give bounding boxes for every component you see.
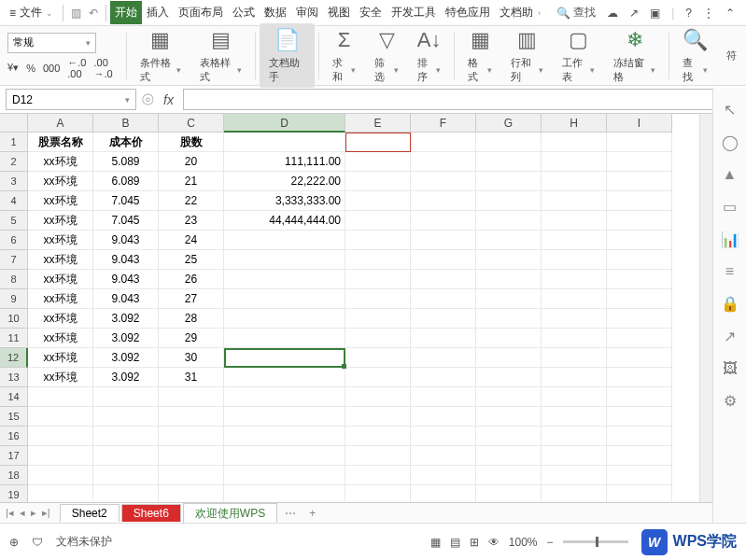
cell[interactable] (224, 309, 345, 329)
sort-button[interactable]: A↓ 排序▾ (408, 27, 451, 84)
settings-icon[interactable]: ⚙ (724, 392, 737, 410)
cell[interactable] (345, 231, 411, 250)
search-button[interactable]: 🔍 查找 (556, 5, 596, 21)
cell[interactable] (411, 152, 476, 172)
format-button[interactable]: ▦ 格式▾ (458, 27, 501, 84)
sheet-tab-sheet2[interactable]: Sheet2 (60, 504, 120, 522)
cell[interactable]: 20 (159, 152, 224, 172)
cell[interactable]: xx环境 (28, 152, 93, 172)
cell[interactable]: 31 (159, 368, 224, 387)
row-header[interactable]: 13 (0, 368, 28, 387)
cell[interactable] (224, 427, 345, 446)
alignment-icon[interactable]: ▲ (723, 166, 738, 183)
tab-insert[interactable]: 插入 (142, 1, 174, 24)
cell[interactable] (411, 466, 476, 485)
prev-sheet-button[interactable]: ◂ (20, 507, 25, 519)
table-style-button[interactable]: ▤ 表格样式▾ (190, 27, 251, 84)
tab-special-apps[interactable]: 特色应用 (441, 1, 495, 24)
cell[interactable] (607, 152, 672, 172)
cell[interactable] (476, 211, 542, 231)
cell[interactable] (345, 191, 411, 211)
cell[interactable] (542, 231, 607, 250)
cell[interactable] (411, 191, 476, 211)
cell[interactable]: 22 (159, 191, 224, 211)
more-icon[interactable]: ⋮ (703, 7, 714, 20)
cell[interactable]: 6.089 (93, 172, 159, 191)
cell[interactable]: xx环境 (28, 289, 93, 309)
cell[interactable]: xx环境 (28, 309, 93, 329)
header-cell[interactable] (224, 133, 345, 152)
cell[interactable]: 44,444,444.00 (224, 211, 345, 231)
row-header[interactable]: 5 (0, 211, 28, 231)
cell[interactable] (476, 368, 542, 387)
cell[interactable]: 3.092 (93, 348, 159, 368)
wps-logo[interactable]: W WPS学院 (641, 529, 737, 555)
header-cell[interactable] (411, 133, 476, 152)
cell[interactable]: 27 (159, 289, 224, 309)
cell[interactable] (345, 250, 411, 270)
doc-assistant-button[interactable]: 📄 文档助手 (260, 23, 315, 88)
cell[interactable] (345, 172, 411, 191)
cell[interactable]: 22,222.00 (224, 172, 345, 191)
cursor-icon[interactable]: ↖ (724, 101, 736, 119)
cell[interactable]: xx环境 (28, 250, 93, 270)
cell[interactable] (411, 172, 476, 191)
vertical-scrollbar[interactable] (699, 114, 712, 504)
cell[interactable] (607, 191, 672, 211)
spreadsheet-grid[interactable]: A B C D E F G H I 1股票名称成本价股数2xx环境5.08920… (0, 114, 672, 517)
cell[interactable] (345, 466, 411, 485)
cell[interactable] (542, 211, 607, 231)
undo-icon[interactable]: ↶ (85, 7, 102, 20)
cell[interactable] (224, 368, 345, 387)
col-header-C[interactable]: C (159, 114, 224, 133)
header-cell[interactable] (345, 133, 411, 152)
cell[interactable] (542, 387, 607, 407)
cell[interactable] (607, 211, 672, 231)
cell[interactable]: 7.045 (93, 211, 159, 231)
cell[interactable] (476, 289, 542, 309)
row-col-button[interactable]: ▥ 行和列▾ (501, 27, 553, 84)
cell[interactable]: 28 (159, 309, 224, 329)
cell[interactable] (224, 387, 345, 407)
cell[interactable] (93, 407, 159, 427)
increase-decimal-button[interactable]: ←.0.00 (67, 57, 86, 79)
view-split-button[interactable]: ⊞ (470, 536, 479, 549)
cell[interactable] (345, 387, 411, 407)
cell[interactable] (345, 289, 411, 309)
cell[interactable] (28, 446, 93, 466)
cell[interactable] (607, 329, 672, 348)
sum-button[interactable]: Σ 求和▾ (323, 27, 366, 84)
zoom-value[interactable]: 100% (509, 536, 538, 549)
cell[interactable] (542, 270, 607, 289)
view-page-button[interactable]: ▤ (450, 536, 460, 549)
cell[interactable] (28, 407, 93, 427)
cell[interactable]: 29 (159, 329, 224, 348)
tab-page-layout[interactable]: 页面布局 (174, 1, 228, 24)
cell[interactable] (607, 466, 672, 485)
tab-data[interactable]: 数据 (260, 1, 291, 24)
col-header-E[interactable]: E (345, 114, 411, 133)
cell[interactable] (411, 211, 476, 231)
cell[interactable] (224, 250, 345, 270)
cell[interactable] (28, 466, 93, 485)
cell[interactable] (411, 446, 476, 466)
last-sheet-button[interactable]: ▸| (42, 507, 50, 519)
cell[interactable] (542, 427, 607, 446)
currency-button[interactable]: ¥▾ (7, 62, 19, 74)
cell[interactable] (607, 427, 672, 446)
name-box[interactable]: D12 ▾ (6, 89, 136, 110)
chart-icon[interactable]: 📊 (721, 231, 739, 248)
cell[interactable] (607, 309, 672, 329)
cell[interactable] (607, 289, 672, 309)
cell[interactable]: 30 (159, 348, 224, 368)
sheet-tab-sheet6[interactable]: Sheet6 (121, 504, 181, 522)
cell[interactable] (542, 368, 607, 387)
cell[interactable] (93, 427, 159, 446)
row-header[interactable]: 16 (0, 427, 28, 446)
symbol-button[interactable]: 符 (717, 49, 739, 63)
row-header[interactable]: 14 (0, 387, 28, 407)
cell[interactable]: xx环境 (28, 231, 93, 250)
number-format-combo[interactable]: 常规 ▾ (7, 33, 96, 53)
row-header[interactable]: 12 (0, 348, 28, 368)
row-header[interactable]: 6 (0, 231, 28, 250)
